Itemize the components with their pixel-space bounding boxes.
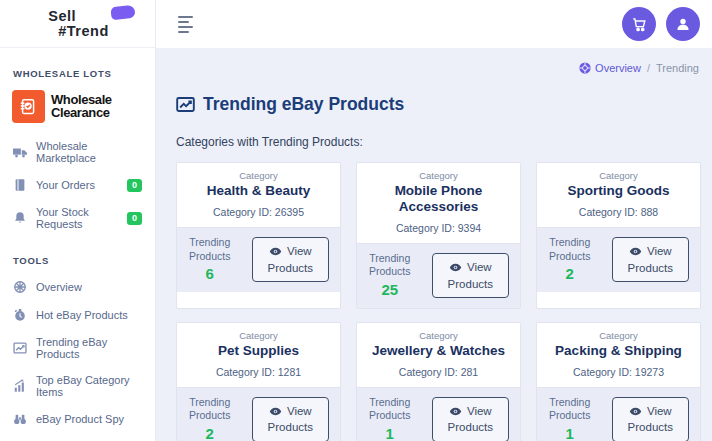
sidebar-item-trending-ebay-products[interactable]: Trending eBay Products <box>0 329 155 367</box>
logo-line1: Sell <box>46 9 109 24</box>
main-content: Overview / Trending Trending eBay Produc… <box>156 48 712 441</box>
breadcrumb-overview-link[interactable]: Overview <box>579 62 641 74</box>
trending-products-label: Trending <box>189 236 230 250</box>
view-products-button[interactable]: View Products <box>252 237 329 282</box>
orders-book-icon <box>13 178 27 192</box>
sidebar-item-top-ebay-category-items[interactable]: Top eBay Category Items <box>0 367 155 405</box>
eye-icon <box>629 245 642 258</box>
category-title: Pet Supplies <box>187 343 330 359</box>
truck-icon <box>13 145 27 159</box>
category-card-pet-supplies: Category Pet Supplies Category ID: 1281 … <box>176 322 341 441</box>
profile-button[interactable] <box>666 7 700 41</box>
logo-line2: #Trend <box>46 24 109 39</box>
trending-products-label: Trending <box>369 396 410 410</box>
sidebar-item-wholesale-marketplace[interactable]: Wholesale Marketplace <box>0 133 155 171</box>
eye-icon <box>269 405 282 418</box>
category-label: Category <box>363 170 514 181</box>
sidebar-item-ebay-product-spy[interactable]: eBay Product Spy <box>0 405 155 433</box>
category-card-jewellery-watches: Category Jewellery & Watches Category ID… <box>356 322 521 441</box>
overview-wheel-icon <box>579 62 591 74</box>
top-category-chart-icon <box>13 379 27 393</box>
eye-icon <box>629 405 642 418</box>
category-card-packing-shipping: Category Packing & Shipping Category ID:… <box>536 322 701 441</box>
view-products-button[interactable]: View Products <box>432 253 509 298</box>
sidebar-item-your-stock-requests[interactable]: Your Stock Requests 0 <box>0 199 155 237</box>
sidebar-item-label: Your Orders <box>36 179 95 191</box>
category-label: Category <box>183 170 334 181</box>
top-header <box>156 0 712 48</box>
category-id: Category ID: 888 <box>543 206 694 218</box>
stock-requests-count-badge: 0 <box>127 212 142 225</box>
category-id: Category ID: 9394 <box>363 222 514 234</box>
sidebar-item-label: Overview <box>36 281 82 293</box>
trending-products-label: Trending <box>189 396 230 410</box>
category-title: Mobile Phone Accessories <box>367 183 510 215</box>
trending-products-label: Trending <box>549 236 590 250</box>
breadcrumb-separator: / <box>647 62 650 74</box>
binoculars-icon <box>13 412 27 426</box>
breadcrumb-current: Trending <box>656 62 699 74</box>
overview-dashboard-icon <box>13 280 27 294</box>
app-logo[interactable]: Sell #Trend <box>0 0 155 48</box>
wholesale-clearance-icon <box>12 90 45 123</box>
category-id: Category ID: 26395 <box>183 206 334 218</box>
trending-count: 1 <box>549 424 590 441</box>
category-title: Health & Beauty <box>187 183 330 199</box>
sidebar-item-label: Top eBay Category Items <box>36 374 142 398</box>
wholesale-clearance-logo[interactable]: Wholesale Clearance <box>0 86 155 133</box>
hot-icon <box>13 308 27 322</box>
sidebar-item-your-orders[interactable]: Your Orders 0 <box>0 171 155 199</box>
trending-count: 6 <box>189 264 230 284</box>
sidebar-item-label: Trending eBay Products <box>36 336 142 360</box>
trending-count: 2 <box>189 424 230 441</box>
view-products-button[interactable]: View Products <box>612 397 689 441</box>
bell-icon <box>13 211 27 225</box>
category-title: Jewellery & Watches <box>367 343 510 359</box>
sidebar-item-export-saved-products[interactable]: Export Saved Products <box>0 433 155 441</box>
subtitle: Categories with Trending Products: <box>176 135 701 149</box>
trending-count: 25 <box>369 280 410 300</box>
logo-splash-icon <box>110 5 135 20</box>
sidebar-item-label: Your Stock Requests <box>36 206 118 230</box>
category-card-mobile-phone-accessories: Category Mobile Phone Accessories Catego… <box>356 162 521 309</box>
category-id: Category ID: 281 <box>363 366 514 378</box>
sidebar-section-tools: TOOLS <box>0 247 155 273</box>
eye-icon <box>269 245 282 258</box>
page-title: Trending eBay Products <box>176 94 701 115</box>
trending-count: 2 <box>549 264 590 284</box>
sidebar-nav: WHOLESALE LOTS Wholesale Clearance <box>0 48 155 441</box>
sidebar-item-label: eBay Product Spy <box>36 413 124 425</box>
cart-button[interactable] <box>622 7 656 41</box>
sidebar-item-overview[interactable]: Overview <box>0 273 155 301</box>
view-products-button[interactable]: View Products <box>612 237 689 282</box>
category-id: Category ID: 1281 <box>183 366 334 378</box>
trending-products-label: Trending <box>549 396 590 410</box>
sidebar-section-wholesale-lots: WHOLESALE LOTS <box>0 60 155 86</box>
sidebar-item-label: Wholesale Marketplace <box>36 140 142 164</box>
trending-count: 1 <box>369 424 410 441</box>
sidebar-item-hot-ebay-products[interactable]: Hot eBay Products <box>0 301 155 329</box>
category-card-grid: Category Health & Beauty Category ID: 26… <box>176 162 701 441</box>
category-label: Category <box>543 170 694 181</box>
trending-products-label: Trending <box>369 252 410 266</box>
cart-icon <box>631 16 648 33</box>
sidebar-item-label: Hot eBay Products <box>36 309 128 321</box>
menu-toggle-icon[interactable] <box>174 12 197 37</box>
orders-count-badge: 0 <box>127 179 142 192</box>
view-products-button[interactable]: View Products <box>252 397 329 441</box>
category-title: Sporting Goods <box>547 183 690 199</box>
sidebar: Sell #Trend WHOLESALE LOTS Wholesale <box>0 0 156 441</box>
category-title: Packing & Shipping <box>547 343 690 359</box>
category-label: Category <box>183 330 334 341</box>
trending-chart-icon <box>13 341 27 355</box>
eye-icon <box>449 261 462 274</box>
view-products-button[interactable]: View Products <box>432 397 509 441</box>
user-icon <box>674 15 692 33</box>
app-window: Sell #Trend WHOLESALE LOTS Wholesale <box>0 0 712 441</box>
trending-title-icon <box>176 95 195 114</box>
category-label: Category <box>543 330 694 341</box>
category-card-health-beauty: Category Health & Beauty Category ID: 26… <box>176 162 341 309</box>
eye-icon <box>449 405 462 418</box>
category-card-sporting-goods: Category Sporting Goods Category ID: 888… <box>536 162 701 309</box>
category-label: Category <box>363 330 514 341</box>
